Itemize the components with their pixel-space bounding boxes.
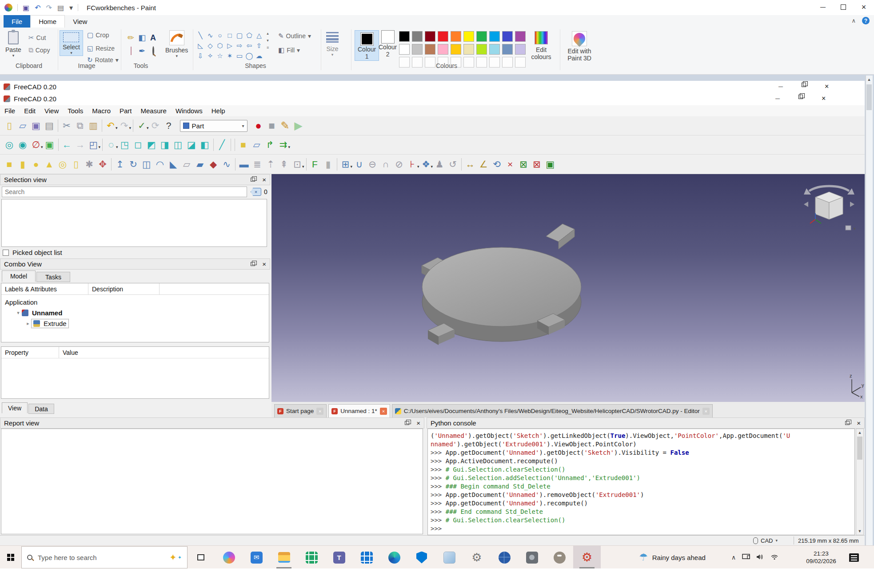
shape-builder-button[interactable]: ✱ [83, 157, 96, 171]
close-icon[interactable] [822, 95, 826, 103]
taskbar-app-freecad[interactable]: ⚙ [573, 546, 601, 569]
undo-button[interactable]: ↶▾ [104, 119, 118, 133]
wifi-icon[interactable] [770, 554, 778, 561]
paint-vertical-scrollbar[interactable] [866, 75, 873, 568]
palette-swatch[interactable] [489, 44, 500, 55]
minimize-icon[interactable] [778, 83, 783, 91]
menu-view[interactable]: View [40, 107, 63, 115]
shape-tool[interactable]: ◇ [208, 42, 213, 50]
chevron-up-icon[interactable]: ∧ [731, 554, 736, 561]
shape-tool[interactable]: ◯ [246, 52, 253, 60]
check-geometry-button[interactable]: ♟ [433, 157, 446, 171]
speaker-icon[interactable] [756, 554, 764, 561]
palette-swatch-empty[interactable] [412, 57, 423, 68]
palette-swatch-empty[interactable] [502, 57, 513, 68]
shape-tool[interactable]: ⇨ [237, 42, 243, 50]
taskbar-clock[interactable]: 21:23 09/02/2026 [800, 546, 842, 569]
start-button[interactable] [0, 546, 21, 569]
fillet-button[interactable]: ◠ [153, 157, 167, 171]
copy-button[interactable]: ⧉Copy [28, 46, 50, 54]
palette-swatch[interactable] [399, 31, 410, 42]
paint-maximize-button[interactable] [833, 0, 854, 14]
paste-button[interactable]: ▥ [87, 119, 100, 133]
edit-colours-button[interactable]: Edit colours [527, 31, 555, 60]
section-button[interactable]: ▬ [237, 157, 251, 171]
shape-tool[interactable]: ∿ [208, 32, 213, 40]
shape-tool[interactable]: □ [227, 32, 231, 39]
taskbar-app-internet-globe[interactable] [491, 546, 518, 569]
menu-tools[interactable]: Tools [63, 107, 88, 115]
menu-edit[interactable]: Edit [20, 107, 40, 115]
crop-button[interactable]: ▢Crop [87, 31, 109, 39]
measure-clear-all-button[interactable]: × [503, 157, 517, 171]
taskbar-app-mail[interactable]: ✉ [243, 546, 270, 569]
palette-swatch[interactable] [476, 31, 487, 42]
join-features-button[interactable]: ⊦▾ [406, 157, 419, 171]
palette-swatch[interactable] [399, 44, 410, 55]
column-property[interactable]: Property [1, 347, 59, 358]
primitive-torus-button[interactable]: ◎ [56, 157, 69, 171]
fit-selection-button[interactable]: ◉ [16, 138, 29, 152]
taskbar-search[interactable]: Type here to search ✦ ✦ [21, 546, 188, 568]
thickness-button[interactable]: ⊡▾ [291, 157, 304, 171]
document-tab[interactable]: FStart page× [274, 404, 327, 417]
macro-stop-button[interactable]: ■ [265, 119, 279, 133]
menu-file[interactable]: File [0, 107, 20, 115]
macro-run-button[interactable]: ▶ [292, 119, 305, 133]
offset-2d-button[interactable]: ⇞ [277, 157, 291, 171]
document-tab[interactable]: C:/Users/eives/Documents/Anthony's Files… [392, 404, 713, 417]
restore-icon[interactable] [798, 95, 803, 99]
chamfer-button[interactable]: ◣ [167, 157, 180, 171]
make-face-button[interactable]: ▱ [180, 157, 193, 171]
palette-swatch[interactable] [438, 44, 448, 55]
paint-minimize-button[interactable] [813, 0, 833, 14]
workbench-selector[interactable]: Part ▾ [180, 120, 247, 132]
copy-button[interactable]: ⧉ [73, 119, 87, 133]
tree-item-extrude[interactable]: ▸Extrude [1, 318, 269, 329]
taskbar-app-file-explorer[interactable] [270, 546, 298, 569]
restore-icon[interactable] [802, 83, 806, 87]
compound-tools-button[interactable]: ⊞▾ [339, 157, 353, 171]
view-bottom-button[interactable]: ◪ [185, 138, 198, 152]
facebinder-button[interactable]: F [308, 157, 322, 171]
primitive-sphere-button[interactable]: ● [29, 157, 43, 171]
shape-tool[interactable]: ✶ [227, 52, 233, 60]
shape-tool[interactable]: ✧ [208, 52, 213, 60]
boolean-union-button[interactable]: ∪ [352, 157, 366, 171]
palette-swatch[interactable] [451, 44, 461, 55]
column-description[interactable]: Description [88, 283, 160, 294]
qat-dropdown-icon[interactable]: ▾ [69, 4, 73, 12]
zoom-tools-button[interactable]: ◌▾ [104, 138, 118, 152]
shapes-scrollbar[interactable]: ▴▾≡ [267, 31, 269, 50]
palette-swatch[interactable] [489, 31, 500, 42]
task-view-button[interactable] [191, 546, 211, 569]
primitives-dialog-button[interactable]: ✥ [96, 157, 109, 171]
taskbar-app-edge[interactable] [380, 546, 408, 569]
tree-item-unnamed[interactable]: ▾Unnamed [1, 307, 269, 318]
cut-button[interactable]: ✂Cut [28, 34, 46, 42]
notification-center-button[interactable] [844, 546, 864, 569]
tab-data[interactable]: Data [28, 404, 54, 414]
column-labels-attributes[interactable]: Labels & Attributes [1, 283, 88, 294]
palette-swatch[interactable] [425, 44, 435, 55]
palette-swatch[interactable] [463, 31, 474, 42]
shape-tool[interactable]: ▭ [236, 52, 243, 60]
tree-item-application[interactable]: Application [1, 297, 269, 307]
palette-swatch[interactable] [476, 44, 487, 55]
fit-all-button[interactable]: ◎ [3, 138, 16, 152]
boolean-common-button[interactable]: ∩ [379, 157, 392, 171]
taskbar-app-photos[interactable] [435, 546, 463, 569]
brushes-button[interactable]: Brushes ▾ [165, 30, 188, 58]
shape-tool[interactable]: ⇧ [256, 42, 262, 50]
sweep-button[interactable]: ∿ [220, 157, 233, 171]
menu-measure[interactable]: Measure [136, 107, 171, 115]
palette-swatch[interactable] [412, 31, 423, 42]
make-link-group-button[interactable]: ⇉▾ [277, 138, 291, 152]
palette-swatch-empty[interactable] [515, 57, 526, 68]
scrollbar-up-icon[interactable]: ▲ [856, 430, 863, 435]
fill-tool[interactable]: ◧ [138, 33, 146, 43]
taskbar-app-gimp[interactable] [546, 546, 573, 569]
create-part-button[interactable]: ■ [237, 138, 250, 152]
resize-button[interactable]: ◱Resize [87, 44, 115, 52]
primitive-cube-button[interactable]: ■ [3, 157, 16, 171]
